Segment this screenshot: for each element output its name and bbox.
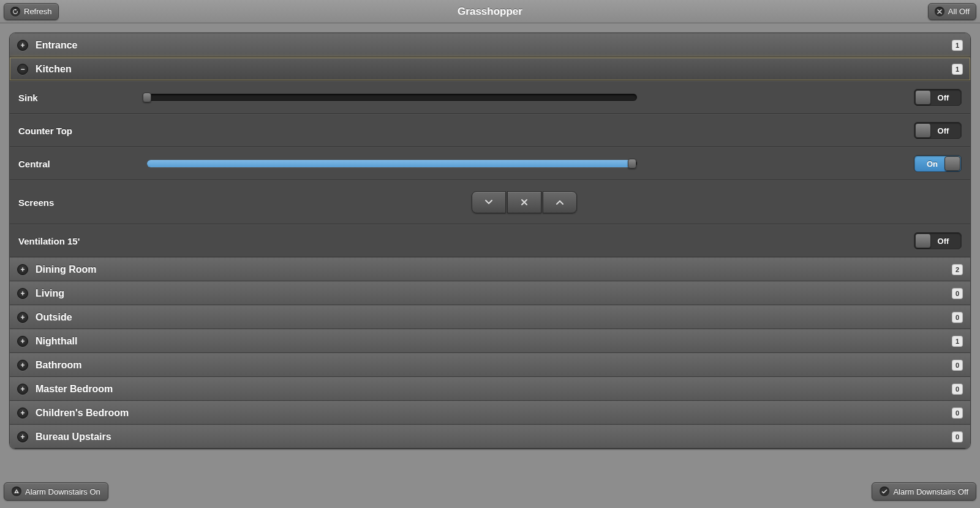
section-title: Bathroom — [36, 360, 952, 371]
section-title: Master Bedroom — [36, 384, 952, 395]
plus-icon: + — [17, 288, 28, 299]
device-control — [147, 160, 902, 167]
plus-icon: + — [17, 264, 28, 275]
section-count-badge: 0 — [952, 288, 963, 299]
plus-icon: + — [17, 336, 28, 347]
refresh-icon — [10, 7, 20, 17]
alarm-off-button[interactable]: Alarm Downstairs Off — [872, 482, 976, 501]
alarm-on-button[interactable]: Alarm Downstairs On — [4, 482, 108, 501]
device-label: Central — [18, 159, 135, 169]
toggle-sink[interactable]: Off — [914, 89, 962, 106]
plus-icon: + — [17, 312, 28, 323]
toggle-central[interactable]: On — [914, 155, 962, 172]
toggle-counter-top[interactable]: Off — [914, 122, 962, 139]
plus-icon: + — [17, 40, 28, 51]
section-header-bureau-upstairs[interactable]: + Bureau Upstairs 0 — [10, 425, 970, 449]
device-row-central: Central On — [10, 147, 970, 180]
section-count-badge: 0 — [952, 384, 963, 395]
device-row-sink: Sink Off — [10, 81, 970, 114]
refresh-label: Refresh — [24, 7, 52, 16]
plus-icon: + — [17, 431, 28, 442]
section-title: Nighthall — [36, 336, 952, 347]
toggle-knob — [915, 233, 931, 248]
device-label: Screens — [18, 197, 135, 208]
check-icon — [880, 487, 889, 496]
section-header-children-s-bedroom[interactable]: + Children's Bedroom 0 — [10, 401, 970, 425]
close-icon — [521, 199, 528, 206]
device-label: Ventilation 15' — [18, 236, 135, 246]
minus-icon: − — [17, 64, 28, 75]
close-icon — [935, 7, 944, 17]
section-count-badge: 0 — [952, 360, 963, 371]
slider-sink[interactable] — [147, 94, 637, 101]
chevron-down-icon — [484, 199, 493, 205]
device-label: Counter Top — [18, 126, 135, 136]
slider-central[interactable] — [147, 160, 637, 167]
toggle-knob — [915, 90, 931, 105]
section-title: Outside — [36, 312, 952, 323]
sections-panel: + Entrance 1 − Kitchen 1 Sink Off Counte… — [9, 32, 971, 449]
chevron-up-icon — [556, 199, 564, 205]
device-control — [147, 94, 902, 101]
toggle-knob — [915, 123, 931, 138]
section-header-bathroom[interactable]: + Bathroom 0 — [10, 353, 970, 377]
toggle-knob — [944, 156, 960, 171]
plus-icon: + — [17, 408, 28, 419]
device-row-counter-top: Counter Top Off — [10, 114, 970, 147]
warning-icon — [12, 487, 21, 496]
section-header-entrance[interactable]: + Entrance 1 — [10, 33, 970, 57]
screens-controls — [147, 191, 902, 213]
section-count-badge: 0 — [952, 312, 963, 323]
device-row-screens: Screens — [10, 180, 970, 224]
section-header-dining-room[interactable]: + Dining Room 2 — [10, 257, 970, 281]
section-title: Dining Room — [36, 264, 952, 275]
section-title: Living — [36, 288, 952, 299]
section-count-badge: 0 — [952, 431, 963, 442]
plus-icon: + — [17, 360, 28, 371]
section-count-badge: 1 — [952, 336, 963, 347]
main-content: + Entrance 1 − Kitchen 1 Sink Off Counte… — [0, 23, 980, 458]
section-header-outside[interactable]: + Outside 0 — [10, 305, 970, 329]
footer-bar: Alarm Downstairs On Alarm Downstairs Off — [0, 475, 980, 508]
section-count-badge: 0 — [952, 408, 963, 419]
slider-fill — [147, 160, 632, 167]
header-bar: Refresh Grasshopper All Off — [0, 0, 980, 23]
section-header-kitchen[interactable]: − Kitchen 1 — [10, 57, 970, 81]
svg-rect-0 — [16, 491, 17, 492]
alarm-off-label: Alarm Downstairs Off — [893, 487, 968, 496]
svg-rect-1 — [16, 493, 17, 493]
all-off-label: All Off — [948, 7, 970, 16]
screens-down-button[interactable] — [472, 191, 506, 213]
screens-up-button[interactable] — [543, 191, 577, 213]
app-title: Grasshopper — [0, 6, 980, 18]
section-header-living[interactable]: + Living 0 — [10, 281, 970, 305]
section-title: Bureau Upstairs — [36, 431, 952, 442]
toggle-ventilation-15[interactable]: Off — [914, 232, 962, 249]
screens-stop-button[interactable] — [507, 191, 541, 213]
device-row-ventilation-15: Ventilation 15' Off — [10, 224, 970, 257]
section-title: Kitchen — [36, 64, 952, 75]
alarm-on-label: Alarm Downstairs On — [25, 487, 100, 496]
all-off-button[interactable]: All Off — [928, 3, 976, 20]
device-label: Sink — [18, 93, 135, 103]
section-count-badge: 2 — [952, 264, 963, 275]
section-header-master-bedroom[interactable]: + Master Bedroom 0 — [10, 377, 970, 401]
plus-icon: + — [17, 384, 28, 395]
section-header-nighthall[interactable]: + Nighthall 1 — [10, 329, 970, 353]
section-title: Entrance — [36, 40, 952, 51]
slider-thumb[interactable] — [143, 93, 151, 102]
section-count-badge: 1 — [952, 40, 963, 51]
refresh-button[interactable]: Refresh — [4, 3, 59, 20]
slider-thumb[interactable] — [628, 159, 636, 169]
section-count-badge: 1 — [952, 64, 963, 75]
section-title: Children's Bedroom — [36, 408, 952, 419]
